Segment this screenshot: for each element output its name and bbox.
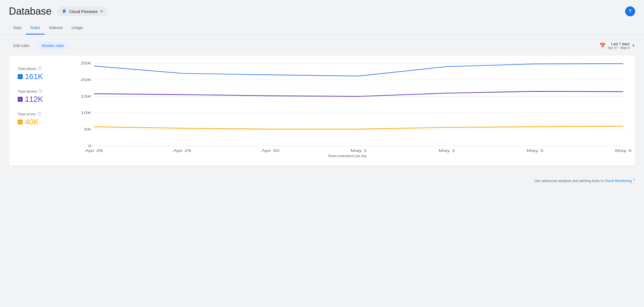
svg-text:May 3: May 3: [527, 149, 543, 153]
svg-text:10K: 10K: [81, 111, 91, 115]
svg-text:15K: 15K: [81, 94, 91, 98]
denies-checkbox[interactable]: ✓: [18, 97, 23, 102]
svg-text:May 4: May 4: [615, 149, 632, 153]
monitor-rules-button[interactable]: Monitor rules: [36, 41, 69, 50]
svg-text:20K: 20K: [81, 78, 91, 82]
external-link-icon: ↗: [633, 178, 635, 181]
svg-text:Apr 28: Apr 28: [85, 149, 103, 153]
legend-panel: Total allows ⓘ ✓ 161K Total denies ⓘ ✓: [18, 63, 62, 158]
chart-area: 25K 20K 15K 10K 5K 0 Apr 28 Apr 29 Apr 3…: [69, 63, 626, 158]
errors-checkbox[interactable]: ✓: [18, 119, 23, 124]
help-icon-denies[interactable]: ⓘ: [38, 89, 42, 94]
chevron-down-icon: ▼: [632, 44, 635, 48]
date-range-display: Last 7 days Apr 27 - May 4: [608, 42, 630, 50]
errors-value: ✓ 40K: [18, 118, 62, 126]
denies-value: ✓ 112K: [18, 95, 62, 104]
help-button[interactable]: ?: [625, 6, 635, 16]
nav-tabs: Data Rules Indexes Usage: [0, 22, 644, 35]
footer-note: Use advanced analysis and alerting tools…: [0, 172, 644, 188]
footer-text: Use advanced analysis and alerting tools…: [534, 179, 603, 183]
svg-text:0: 0: [88, 144, 91, 148]
calendar-icon: 📅: [599, 43, 606, 49]
main-content: Edit rules Monitor rules 📅 Last 7 days A…: [0, 35, 644, 172]
chart-svg: 25K 20K 15K 10K 5K 0 Apr 28 Apr 29 Apr 3…: [69, 63, 626, 152]
legend-errors: Total errors ⓘ ✓ 40K: [18, 111, 62, 126]
page-header: Database Cloud Firestore ▼ ?: [0, 0, 644, 17]
tab-indexes[interactable]: Indexes: [45, 22, 67, 35]
service-selector[interactable]: Cloud Firestore ▼: [57, 6, 107, 16]
help-icon-errors[interactable]: ⓘ: [37, 111, 41, 116]
total-errors-label: Total errors: [18, 112, 36, 116]
legend-allows: Total allows ⓘ ✓ 161K: [18, 66, 62, 81]
svg-text:May 1: May 1: [350, 149, 367, 153]
toolbar: Edit rules Monitor rules 📅 Last 7 days A…: [9, 41, 635, 50]
cloud-monitoring-link[interactable]: Cloud Monitoring ↗: [604, 179, 635, 183]
date-range-label: Last 7 days: [608, 42, 630, 46]
legend-denies: Total denies ⓘ ✓ 112K: [18, 89, 62, 104]
allows-checkbox[interactable]: ✓: [18, 74, 23, 79]
svg-text:May 2: May 2: [439, 149, 455, 153]
tab-data[interactable]: Data: [9, 22, 26, 35]
chart-card: Total allows ⓘ ✓ 161K Total denies ⓘ ✓: [9, 56, 635, 166]
tab-rules[interactable]: Rules: [26, 22, 45, 35]
edit-rules-button[interactable]: Edit rules: [9, 41, 34, 50]
page-title: Database: [9, 6, 51, 17]
total-denies-label: Total denies: [18, 89, 37, 93]
service-name: Cloud Firestore: [69, 9, 98, 14]
chart-x-label: Rules evaluations per day: [69, 154, 626, 158]
chevron-down-icon: ▼: [100, 9, 103, 13]
help-icon-allows[interactable]: ⓘ: [38, 66, 42, 71]
firestore-icon: [61, 9, 67, 14]
svg-text:25K: 25K: [81, 61, 91, 65]
svg-text:5K: 5K: [84, 128, 92, 131]
tab-usage[interactable]: Usage: [67, 22, 87, 35]
svg-text:Apr 30: Apr 30: [261, 149, 279, 153]
total-allows-label: Total allows: [18, 67, 36, 71]
allows-value: ✓ 161K: [18, 72, 62, 81]
date-range-picker[interactable]: 📅 Last 7 days Apr 27 - May 4 ▼: [599, 42, 635, 50]
date-range-value: Apr 27 - May 4: [608, 46, 630, 50]
svg-text:Apr 29: Apr 29: [173, 149, 191, 153]
